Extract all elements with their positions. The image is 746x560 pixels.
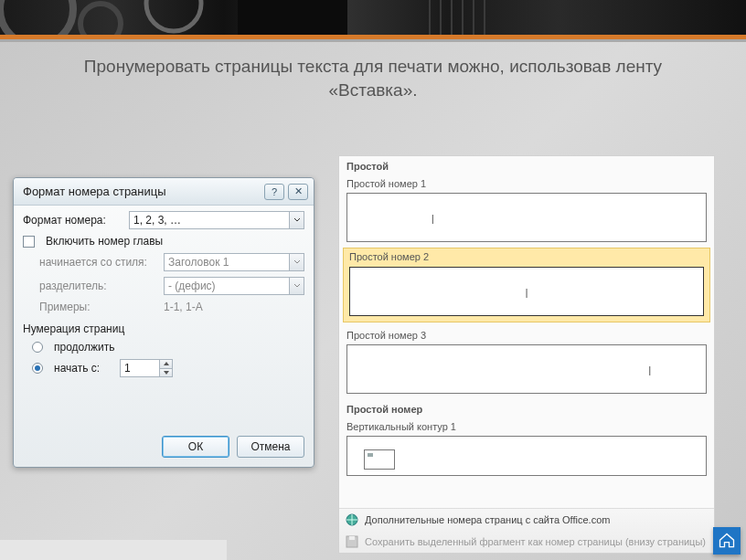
separator-value: - (дефис) [168,280,216,292]
include-chapter-label: Включить номер главы [46,235,163,248]
gallery-item-2-preview: | [349,267,704,316]
gallery-more-office[interactable]: Дополнительные номера страниц с сайта Of… [339,509,714,531]
separator-combo[interactable]: - (дефис) [164,277,304,295]
start-at-label: начать с: [54,362,114,375]
number-format-combo[interactable]: 1, 2, 3, … [129,211,304,229]
gallery-item-2-selected[interactable]: Простой номер 2 | [343,248,710,322]
starts-with-style-label: начинается со стиля: [39,256,158,269]
starts-with-style-value: Заголовок 1 [168,256,229,269]
page-number-format-dialog: Формат номера страницы ? ✕ Формат номера… [13,177,314,468]
dialog-titlebar: Формат номера страницы ? ✕ [14,178,314,206]
globe-icon [345,512,359,527]
examples-value: 1-1, 1-A [164,301,203,313]
svg-point-2 [146,0,201,31]
decorative-header-band [0,0,746,35]
gallery-item-4-preview[interactable] [346,436,707,476]
chevron-down-icon [289,254,304,270]
gallery-group-simple-number: Простой номер [339,399,714,419]
ok-button[interactable]: ОК [162,436,229,458]
start-at-spinner[interactable]: 1 [120,359,173,377]
gallery-item-4-label: Вертикальный контур 1 [339,419,714,434]
cancel-button[interactable]: Отмена [237,436,304,458]
slide-body: Пронумеровать страницы текста для печати… [0,42,746,560]
home-button[interactable] [713,527,741,555]
format-label: Формат номера: [23,214,123,227]
svg-rect-3 [238,0,347,35]
start-at-value: 1 [124,362,131,375]
gallery-item-3-preview[interactable]: | [346,344,707,394]
number-format-value: 1, 2, 3, … [133,214,181,227]
starts-with-style-combo[interactable]: Заголовок 1 [164,253,304,271]
save-icon [345,534,359,549]
footer-bar [0,540,227,560]
examples-label: Примеры: [39,301,158,313]
chevron-down-icon [289,278,304,294]
separator-label: разделитель: [39,280,158,292]
slide-heading: Пронумеровать страницы текста для печати… [0,42,746,101]
gallery-item-1-preview[interactable]: | [346,193,707,242]
spinner-down-icon[interactable] [160,369,172,377]
gallery-item-3-label: Простой номер 3 [339,328,714,343]
include-chapter-checkbox[interactable] [23,236,35,248]
continue-radio[interactable] [32,342,43,353]
page-number-gallery: Простой Простой номер 1 | Простой номер … [338,155,715,554]
gallery-item-1-label: Простой номер 1 [339,176,714,191]
spinner-up-icon[interactable] [160,360,172,369]
gallery-save-selection: Сохранить выделенный фрагмент как номер … [339,531,714,553]
close-button[interactable]: ✕ [288,184,308,200]
numbering-section-label: Нумерация страниц [23,322,304,335]
heading-line-2: «Вставка». [328,80,417,100]
dialog-title: Формат номера страницы [19,185,261,198]
gallery-item-2-label: Простой номер 2 [344,248,709,265]
chevron-down-icon [289,212,304,228]
gallery-group-simple: Простой [339,156,714,176]
continue-label: продолжить [54,341,114,354]
svg-rect-12 [349,536,355,540]
svg-point-0 [0,0,73,35]
heading-line-1: Пронумеровать страницы текста для печати… [84,57,662,76]
start-at-radio[interactable] [32,363,43,374]
help-button[interactable]: ? [264,184,284,200]
svg-point-1 [80,4,121,35]
home-icon [718,532,736,550]
